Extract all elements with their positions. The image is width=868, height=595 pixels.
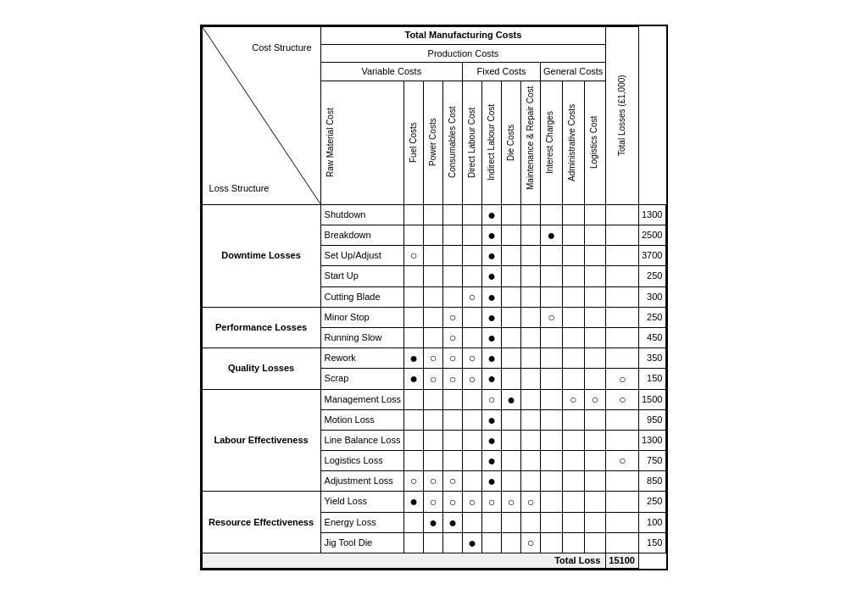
cell-0-0-9 [584,204,606,225]
cell-3-1-2 [443,409,463,430]
cell-0-2-1 [424,246,443,266]
row-name-3-4: Adjustment Loss [320,471,404,492]
filled-dot: ● [487,208,496,222]
cell-3-3-1 [424,451,443,471]
cell-2-1-1: ○ [424,369,443,389]
cell-3-2-1 [424,430,443,450]
group-label-1: Performance Losses [202,307,320,348]
cell-3-2-2 [443,430,463,450]
cell-0-1-1 [424,225,443,246]
cell-0-4-4: ● [482,286,502,307]
filled-dot: ● [487,433,496,448]
total-cell-3-1: 950 [638,409,665,430]
table-row: Performance LossesMinor Stop○●○250 [202,307,666,327]
cell-2-0-8 [562,348,584,369]
cell-3-4-7 [541,471,563,492]
col-header-0: Raw Material Cost [320,81,404,204]
cell-0-0-0 [404,204,424,225]
cell-0-3-9 [584,266,606,286]
cell-2-1-3: ○ [463,369,482,389]
total-cell-1-0: 250 [638,307,665,327]
cell-1-0-5 [502,307,521,327]
cell-4-1-10 [606,512,639,532]
filled-dot: ● [487,310,496,325]
production-costs-header: Production Costs [320,45,606,63]
cell-4-2-6: ○ [521,532,541,553]
cell-1-1-3 [463,327,482,348]
cell-3-0-8: ○ [562,389,584,409]
cell-1-1-5 [502,327,521,348]
cell-2-1-10: ○ [606,369,639,389]
row-name-0-2: Set Up/Adjust [320,246,404,266]
cell-4-1-6 [521,512,541,532]
cell-3-0-1 [424,389,443,409]
cell-0-3-1 [424,266,443,286]
row-name-2-0: Rework [320,348,404,369]
cell-3-0-4: ○ [482,389,502,409]
cell-3-4-9 [584,471,606,492]
cell-1-0-0 [404,307,424,327]
cell-0-3-0 [404,266,424,286]
empty-dot: ○ [570,392,576,406]
total-cell-0-4: 300 [638,286,665,307]
total-losses-header: Total Losses (£1,000) [606,26,639,204]
group-label-3: Labour Effectiveness [202,389,320,492]
cell-3-2-8 [562,430,584,450]
empty-dot: ○ [548,310,554,324]
cell-3-0-3 [463,389,482,409]
cell-4-2-3: ● [463,532,482,553]
cell-1-0-3 [463,307,482,327]
cell-0-2-3 [463,246,482,266]
cell-0-0-8 [562,204,584,225]
cell-3-4-5 [502,471,521,492]
total-cell-0-2: 3700 [638,246,665,266]
cell-4-2-0 [404,532,424,553]
cell-0-1-0 [404,225,424,246]
cell-3-2-7 [541,430,563,450]
cell-0-4-10 [606,286,639,307]
col-header-2: Power Costs [424,81,443,204]
cell-3-1-6 [521,409,541,430]
cell-3-3-3 [463,451,482,471]
cell-2-0-1: ○ [424,348,443,369]
cell-4-0-2: ○ [443,492,463,512]
group-label-0: Downtime Losses [202,204,320,307]
cell-2-0-7 [541,348,563,369]
cell-3-4-3 [463,471,482,492]
cell-0-4-3: ○ [463,286,482,307]
row-name-0-1: Breakdown [320,225,404,246]
empty-dot: ○ [488,495,495,509]
cell-3-0-9: ○ [584,389,606,409]
cell-3-4-10 [606,471,639,492]
empty-dot: ○ [449,372,456,386]
row-name-3-1: Motion Loss [320,409,404,430]
empty-dot: ○ [469,351,476,364]
cell-3-2-6 [521,430,541,450]
cell-0-4-7 [541,286,563,307]
cell-3-0-7 [541,389,563,409]
cell-1-0-8 [562,307,584,327]
cell-3-0-6 [521,389,541,409]
cell-0-4-0 [404,286,424,307]
cell-0-1-7: ● [541,225,563,246]
row-name-1-1: Running Slow [320,327,404,348]
total-cell-3-3: 750 [638,451,665,471]
empty-dot: ○ [449,331,456,344]
row-name-3-3: Logistics Loss [320,451,404,471]
empty-dot: ○ [619,372,626,386]
cell-3-0-5: ● [502,389,521,409]
cell-2-0-6 [521,348,541,369]
cell-4-1-8 [562,512,584,532]
empty-dot: ○ [469,372,476,386]
filled-dot: ● [487,453,496,468]
empty-dot: ○ [469,495,476,509]
cell-0-2-10 [606,246,639,266]
cell-4-1-0 [404,512,424,532]
total-loss-value: 15100 [606,553,639,569]
cell-4-2-8 [562,532,584,553]
cell-3-4-6 [521,471,541,492]
cell-1-0-10 [606,307,639,327]
filled-dot: ● [448,515,457,530]
cell-0-2-2 [443,246,463,266]
cell-4-1-7 [541,512,563,532]
